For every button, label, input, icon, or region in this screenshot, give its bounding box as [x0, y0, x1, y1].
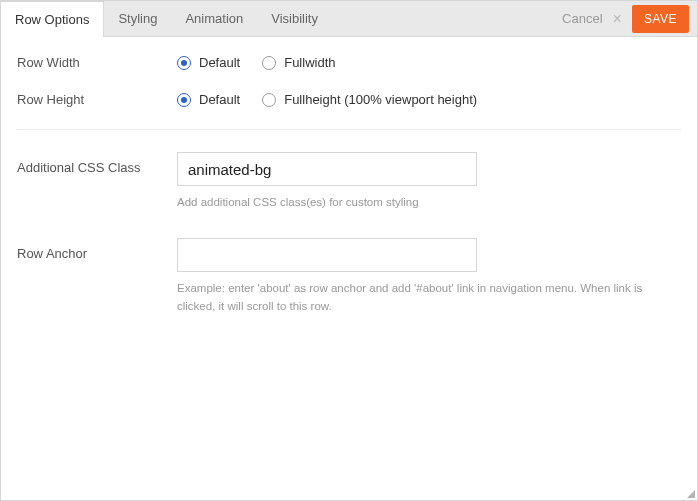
- tabs: Row Options Styling Animation Visibility: [1, 1, 332, 36]
- tab-label: Animation: [185, 11, 243, 26]
- input-row-anchor[interactable]: [177, 238, 477, 272]
- tab-styling[interactable]: Styling: [104, 1, 171, 36]
- label-row-anchor: Row Anchor: [17, 238, 177, 261]
- row-height-options: Default Fullheight (100% viewport height…: [177, 92, 681, 107]
- modal-header: Row Options Styling Animation Visibility…: [1, 1, 697, 37]
- radio-dot-icon: [262, 56, 276, 70]
- cancel-link[interactable]: Cancel: [562, 11, 602, 26]
- radio-row-height-default[interactable]: Default: [177, 92, 240, 107]
- resize-handle-icon[interactable]: [685, 488, 695, 498]
- field-row-anchor: Row Anchor Example: enter 'about' as row…: [17, 238, 681, 316]
- radio-row-width-fullwidth[interactable]: Fullwidth: [262, 55, 335, 70]
- label-row-width: Row Width: [17, 55, 177, 70]
- tab-row-options[interactable]: Row Options: [1, 1, 104, 37]
- radio-label: Fullwidth: [284, 55, 335, 70]
- tab-label: Row Options: [15, 12, 89, 27]
- tab-animation[interactable]: Animation: [171, 1, 257, 36]
- field-row-width: Row Width Default Fullwidth: [17, 55, 681, 70]
- radio-label: Default: [199, 55, 240, 70]
- row-width-options: Default Fullwidth: [177, 55, 681, 70]
- help-row-anchor: Example: enter 'about' as row anchor and…: [177, 280, 667, 316]
- radio-label: Fullheight (100% viewport height): [284, 92, 477, 107]
- label-row-height: Row Height: [17, 92, 177, 107]
- radio-row-width-default[interactable]: Default: [177, 55, 240, 70]
- field-row-height: Row Height Default Fullheight (100% view…: [17, 92, 681, 107]
- close-icon[interactable]: ×: [609, 11, 626, 27]
- tab-label: Styling: [118, 11, 157, 26]
- radio-dot-icon: [177, 93, 191, 107]
- radio-dot-icon: [177, 56, 191, 70]
- input-additional-css-class[interactable]: [177, 152, 477, 186]
- save-button[interactable]: SAVE: [632, 5, 689, 33]
- modal-body: Row Width Default Fullwidth Row Height D…: [1, 37, 697, 357]
- radio-label: Default: [199, 92, 240, 107]
- help-additional-css-class: Add additional CSS class(es) for custom …: [177, 194, 667, 212]
- modal: Row Options Styling Animation Visibility…: [0, 0, 698, 501]
- label-additional-css-class: Additional CSS Class: [17, 152, 177, 175]
- tab-visibility[interactable]: Visibility: [257, 1, 332, 36]
- tab-label: Visibility: [271, 11, 318, 26]
- field-additional-css-class: Additional CSS Class Add additional CSS …: [17, 152, 681, 212]
- divider: [17, 129, 681, 130]
- radio-dot-icon: [262, 93, 276, 107]
- radio-row-height-fullheight[interactable]: Fullheight (100% viewport height): [262, 92, 477, 107]
- header-actions: Cancel × SAVE: [562, 1, 697, 36]
